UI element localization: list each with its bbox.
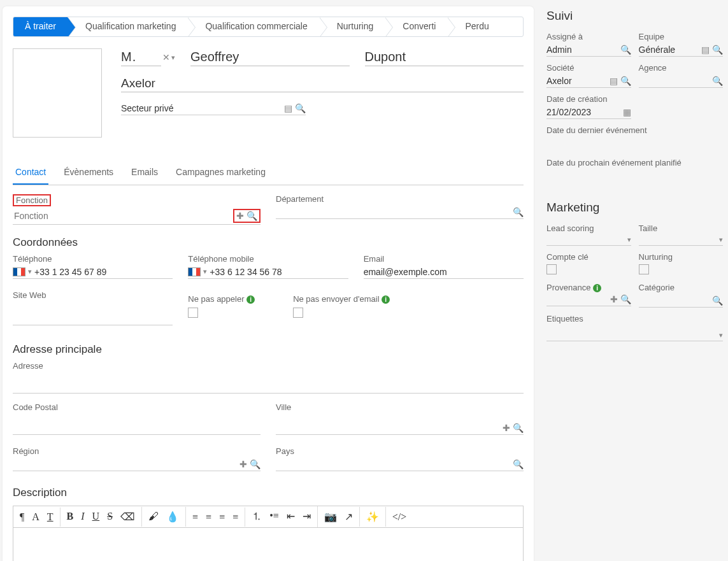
chevron-down-icon[interactable]: ▾ (28, 267, 32, 276)
italic-icon[interactable]: I (77, 509, 88, 524)
tab-evenements[interactable]: Évènements (61, 163, 116, 185)
document-icon[interactable]: ▤ (284, 103, 292, 113)
search-icon[interactable]: 🔍 (620, 294, 631, 304)
chevron-down-icon[interactable]: ▾ (171, 53, 175, 62)
align-center-icon[interactable]: ≡ (202, 510, 215, 524)
align-justify-icon[interactable]: ≡ (229, 510, 242, 524)
plus-icon[interactable]: ✚ (503, 423, 510, 433)
search-icon[interactable]: 🔍 (513, 423, 524, 433)
clear-icon[interactable]: ✕ (162, 52, 170, 62)
rte-textarea[interactable] (13, 528, 523, 561)
provenance-label: Provenance (546, 283, 590, 292)
email-value[interactable]: email@exemple.com (364, 267, 524, 277)
salutation-input[interactable] (121, 48, 161, 66)
next-event-label: Date du prochain événement planifié (546, 158, 723, 167)
indent-icon[interactable]: ⇥ (299, 509, 315, 525)
link-icon[interactable]: ↗ (341, 509, 357, 524)
info-icon[interactable]: i (593, 284, 601, 292)
camera-icon[interactable]: 📷 (320, 509, 341, 524)
flag-fr-icon[interactable] (188, 267, 201, 276)
search-icon[interactable]: 🔍 (295, 103, 306, 113)
strike-icon[interactable]: S (103, 509, 117, 524)
wand-icon[interactable]: ✨ (362, 509, 383, 524)
tab-contact[interactable]: Contact (13, 163, 48, 185)
paragraph-icon[interactable]: ¶ (16, 510, 28, 524)
search-icon[interactable]: 🔍 (250, 459, 261, 469)
mobile-value[interactable]: +33 6 12 34 56 78 (210, 267, 348, 277)
section-title-adresse: Adresse principale (13, 343, 524, 356)
nocall-label: Ne pas appeler (188, 294, 244, 304)
last-name-input[interactable] (365, 48, 524, 66)
clearformat-icon[interactable]: ⌫ (117, 509, 139, 524)
nomail-checkbox[interactable] (293, 308, 303, 318)
nocall-checkbox[interactable] (188, 308, 198, 318)
photo-placeholder[interactable] (13, 48, 102, 138)
search-icon[interactable]: 🔍 (712, 76, 723, 86)
info-icon[interactable]: i (382, 295, 390, 304)
tab-emails[interactable]: Emails (129, 163, 161, 185)
calendar-icon[interactable]: ▦ (623, 107, 631, 117)
chevron-down-icon: ▾ (719, 236, 723, 244)
score-dropdown[interactable]: ▾ (546, 234, 631, 246)
step-qualif-marketing[interactable]: Qualification marketing (68, 17, 187, 36)
team-value[interactable]: Générale (639, 45, 699, 55)
align-left-icon[interactable]: ≡ (189, 510, 202, 524)
step-converti[interactable]: Converti (385, 17, 447, 36)
step-nurturing[interactable]: Nurturing (319, 17, 385, 36)
search-icon[interactable]: 🔍 (620, 45, 631, 55)
key-account-checkbox[interactable] (546, 264, 557, 274)
code-icon[interactable]: </> (389, 510, 411, 524)
tags-dropdown[interactable]: ▾ (546, 330, 723, 341)
plus-icon[interactable]: ✚ (236, 211, 244, 221)
company-value[interactable]: Axelor (546, 76, 607, 86)
plus-icon[interactable]: ✚ (610, 294, 618, 304)
textsize-icon[interactable]: T (43, 510, 57, 524)
rich-text-editor: ¶ A T B I U S ⌫ 🖌 💧 ≡ ≡ (13, 506, 524, 561)
nurturing-checkbox[interactable] (639, 264, 649, 274)
chevron-down-icon[interactable]: ▾ (203, 267, 207, 276)
fonction-input[interactable] (13, 210, 231, 222)
step-qualif-commerciale[interactable]: Qualification commerciale (187, 17, 318, 36)
email-label: Email (364, 254, 524, 264)
info-icon[interactable]: i (246, 295, 255, 304)
size-dropdown[interactable]: ▾ (639, 234, 724, 246)
list-unordered-icon[interactable]: •≡ (266, 509, 283, 525)
bold-icon[interactable]: B (63, 509, 78, 524)
paint-icon[interactable]: 🖌 (145, 509, 162, 524)
key-account-label: Compte clé (546, 252, 631, 262)
underline-icon[interactable]: U (89, 509, 104, 524)
search-icon[interactable]: 🔍 (620, 76, 631, 86)
font-icon[interactable]: A (28, 510, 43, 524)
section-title-coordonnees: Coordonnées (13, 236, 524, 249)
main-card: À traiter Qualification marketing Qualif… (3, 6, 534, 561)
status-stepper: À traiter Qualification marketing Qualif… (13, 17, 524, 37)
category-label: Catégorie (639, 283, 724, 292)
assignee-label: Assigné à (546, 32, 631, 41)
search-icon[interactable]: 🔍 (246, 211, 257, 221)
search-icon[interactable]: 🔍 (513, 459, 524, 469)
site-label: Site Web (13, 290, 173, 300)
step-label: Qualification marketing (85, 21, 176, 31)
search-icon[interactable]: 🔍 (513, 207, 524, 217)
list-ordered-icon[interactable]: ⒈ (248, 509, 266, 525)
nomail-label: Ne pas envoyer d'email (293, 294, 379, 304)
company-input[interactable] (121, 75, 524, 92)
document-icon[interactable]: ▤ (610, 76, 618, 86)
flag-fr-icon[interactable] (13, 267, 25, 276)
first-name-input[interactable] (190, 48, 350, 66)
plus-icon[interactable]: ✚ (239, 459, 247, 469)
assignee-value[interactable]: Admin (546, 45, 618, 55)
step-a-traiter[interactable]: À traiter (13, 17, 68, 36)
drop-icon[interactable]: 💧 (162, 509, 183, 524)
pays-label: Pays (276, 446, 524, 456)
sector-value: Secteur privé (121, 103, 282, 113)
align-right-icon[interactable]: ≡ (215, 510, 229, 524)
document-icon[interactable]: ▤ (701, 45, 710, 55)
search-icon[interactable]: 🔍 (712, 45, 723, 55)
tab-campagnes[interactable]: Campagnes marketing (173, 163, 268, 185)
telephone-value[interactable]: +33 1 23 45 67 89 (34, 267, 173, 277)
outdent-icon[interactable]: ⇤ (283, 509, 299, 525)
search-icon[interactable]: 🔍 (712, 295, 723, 306)
section-title-suivi: Suivi (546, 9, 725, 23)
created-value[interactable]: 21/02/2023 (546, 107, 620, 117)
